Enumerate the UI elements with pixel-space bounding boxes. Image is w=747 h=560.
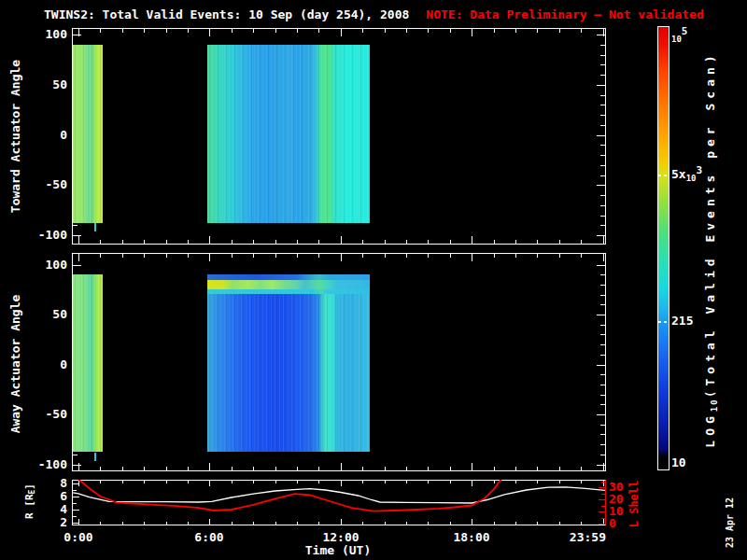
- x-tick: [515, 29, 516, 33]
- y-tick: [600, 45, 605, 46]
- x-tick: [385, 240, 386, 244]
- y-tick: [600, 425, 605, 426]
- r-tick-label: 4: [26, 503, 67, 515]
- y-tick: [597, 365, 605, 366]
- x-tick: [428, 481, 429, 483]
- x-tick: [209, 463, 210, 470]
- ylabel-away: Away Actuator Angle: [9, 295, 21, 434]
- y-tick: [597, 185, 605, 186]
- y-tick: [597, 265, 605, 266]
- x-tick: [341, 519, 342, 525]
- x-tick: [188, 240, 189, 244]
- datestamp: 23 Apr 12: [726, 497, 735, 548]
- x-tick: [253, 29, 254, 33]
- x-tick: [100, 481, 101, 483]
- l-tick: [599, 524, 605, 525]
- x-tick: [341, 254, 342, 261]
- lshell-line: [77, 480, 502, 511]
- x-tick: [209, 29, 210, 36]
- x-tick: [406, 467, 407, 470]
- x-tick: [275, 467, 276, 470]
- x-tick: [603, 254, 604, 261]
- y-tick: [600, 95, 605, 96]
- x-tick: [385, 254, 386, 258]
- x-tick: [100, 240, 101, 244]
- y-tick: [597, 85, 605, 86]
- x-tick: [253, 254, 254, 258]
- y-tick: [600, 385, 605, 385]
- x-tick: [559, 29, 560, 33]
- colorbar-dash: [658, 175, 669, 176]
- l-tick: [599, 487, 605, 488]
- x-tick: [100, 467, 101, 470]
- validation-note: NOTE: Data Preliminary — Not validated: [426, 7, 703, 21]
- x-tick: [297, 240, 298, 244]
- x-tick: [188, 467, 189, 470]
- x-tick: [100, 29, 101, 33]
- r-tick: [73, 483, 79, 484]
- y-tick-label: -100: [26, 458, 67, 470]
- x-tick: [450, 522, 451, 525]
- x-tick: [537, 522, 538, 525]
- y-tick: [600, 55, 605, 56]
- x-tick: [78, 519, 79, 525]
- y-tick: [73, 235, 81, 236]
- y-tick: [600, 404, 605, 405]
- x-tick: [144, 522, 145, 525]
- title-row: TWINS2: Total Valid Events: 10 Sep (day …: [44, 8, 704, 21]
- x-tick: [341, 236, 342, 244]
- x-tick: [406, 522, 407, 525]
- x-tick: [581, 254, 582, 258]
- x-tick: [122, 254, 123, 258]
- y-tick: [600, 455, 605, 455]
- away-band-pass-1-texture: [73, 274, 103, 452]
- xlabel-time: Time (UT): [273, 544, 403, 556]
- orbit-lines-svg: [72, 480, 606, 525]
- x-tick: [188, 522, 189, 525]
- y-tick: [600, 216, 605, 217]
- x-tick: [515, 254, 516, 258]
- away-band-pass-2-bright-streak: [207, 280, 370, 289]
- x-tick: [494, 29, 495, 33]
- x-tick: [428, 254, 429, 258]
- x-tick: [253, 467, 254, 470]
- x-tick: [122, 522, 123, 525]
- x-tick: [253, 522, 254, 525]
- x-tick: [318, 240, 319, 244]
- y-tick: [600, 75, 605, 76]
- y-tick: [600, 205, 605, 206]
- x-tick: [209, 254, 210, 261]
- x-tick: [428, 522, 429, 525]
- y-tick: [73, 465, 81, 466]
- y-tick: [597, 235, 605, 236]
- x-tick: [144, 29, 145, 33]
- r-tick-minor: [73, 503, 77, 504]
- y-tick: [73, 455, 78, 455]
- toward-band-pass-2-texture: [207, 45, 370, 223]
- x-tick: [297, 522, 298, 525]
- y-tick: [600, 274, 605, 275]
- colorbar-tick-label: 105: [671, 29, 687, 41]
- x-tick: [253, 240, 254, 244]
- toward-dropout-mark: [94, 223, 96, 231]
- away-band-pass-2-texture: [207, 274, 370, 452]
- x-tick: [362, 29, 363, 33]
- x-tick: [581, 481, 582, 483]
- y-tick-label: 0: [26, 129, 67, 141]
- l-tick-minor: [601, 518, 605, 519]
- x-tick: [515, 481, 516, 483]
- x-tick: [428, 29, 429, 33]
- x-tick: [78, 236, 79, 244]
- y-tick: [600, 444, 605, 445]
- x-tick: [144, 481, 145, 483]
- x-tick: [166, 240, 167, 244]
- x-tick: [188, 29, 189, 33]
- y-tick: [600, 434, 605, 435]
- x-tick: [472, 29, 472, 36]
- colorbar-dash: [658, 321, 669, 323]
- x-tick: [581, 522, 582, 525]
- x-tick: [297, 29, 298, 33]
- x-tick: [209, 519, 210, 525]
- r-tick-label: 2: [26, 516, 67, 528]
- x-tick: [232, 481, 233, 483]
